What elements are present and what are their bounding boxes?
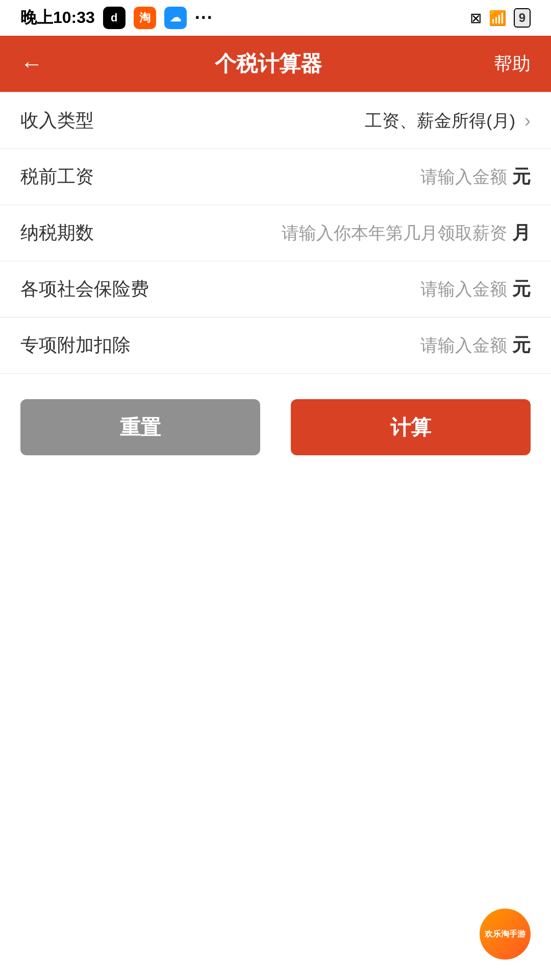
social-insurance-row[interactable]: 各项社会保险费 请输入金额 元 [0,261,551,317]
social-insurance-placeholder: 请输入金额 [420,278,507,301]
tax-period-right: 请输入你本年第几月领取薪资 月 [282,220,531,246]
page-title: 个税计算器 [215,50,322,78]
cloud-icon: ☁ [164,7,187,29]
status-bar: 晚上10:33 d 淘 ☁ ··· ⊠ 📶 9 [0,0,551,36]
special-deduction-unit: 元 [512,333,531,358]
income-type-row[interactable]: 收入类型 工资、薪金所得(月) › [0,93,551,149]
income-type-value: 工资、薪金所得(月) [365,109,515,133]
status-bar-left: 晚上10:33 d 淘 ☁ ··· [20,7,213,29]
tiktok-icon: d [103,7,126,29]
tax-period-placeholder: 请输入你本年第几月领取薪资 [282,222,507,245]
special-deduction-right: 请输入金额 元 [420,333,531,358]
special-deduction-row[interactable]: 专项附加扣除 请输入金额 元 [0,317,551,374]
button-container: 重置 计算 [0,374,551,481]
social-insurance-unit: 元 [512,277,531,302]
pretax-salary-right: 请输入金额 元 [420,164,531,189]
status-time: 晚上10:33 [20,7,95,29]
watermark: 欢乐淘手游 [480,909,531,960]
help-button[interactable]: 帮助 [494,52,531,77]
calculate-button[interactable]: 计算 [291,399,531,455]
reset-button[interactable]: 重置 [20,399,260,455]
tax-period-row[interactable]: 纳税期数 请输入你本年第几月领取薪资 月 [0,205,551,261]
income-type-right[interactable]: 工资、薪金所得(月) › [365,109,531,133]
battery-icon: 9 [514,8,531,28]
form-container: 收入类型 工资、薪金所得(月) › 税前工资 请输入金额 元 纳税期数 请输入你… [0,93,551,374]
signal-icon: ⊠ [470,10,482,27]
more-dots: ··· [195,7,213,29]
tax-period-label: 纳税期数 [20,220,94,246]
social-insurance-right: 请输入金额 元 [420,277,531,302]
arrow-icon: › [524,110,531,132]
special-deduction-label: 专项附加扣除 [20,333,131,358]
header: ← 个税计算器 帮助 [0,36,551,92]
social-insurance-label: 各项社会保险费 [20,277,149,302]
special-deduction-placeholder: 请输入金额 [420,334,507,357]
pretax-salary-placeholder: 请输入金额 [420,165,507,189]
pretax-salary-unit: 元 [512,164,531,189]
tax-period-unit: 月 [512,220,531,246]
status-bar-right: ⊠ 📶 9 [470,8,531,28]
income-type-label: 收入类型 [20,108,94,133]
wifi-icon: 📶 [489,10,507,27]
pretax-salary-row[interactable]: 税前工资 请输入金额 元 [0,149,551,205]
back-button[interactable]: ← [20,51,43,77]
taobao-icon: 淘 [134,7,156,29]
pretax-salary-label: 税前工资 [20,164,94,189]
